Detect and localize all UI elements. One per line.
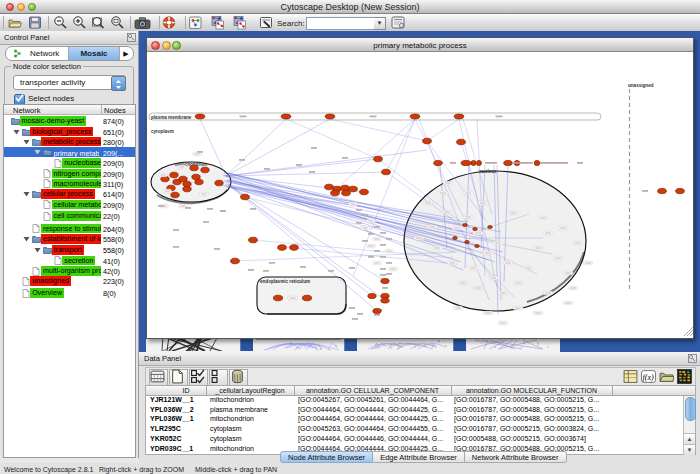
svg-text:cytoplasm: cytoplasm (151, 129, 174, 134)
svg-text:endoplasmic reticulum: endoplasmic reticulum (260, 279, 310, 284)
svg-text:f(x): f(x) (643, 373, 654, 382)
svg-text:nucleus: nucleus (479, 169, 497, 174)
svg-text:plasma membrane: plasma membrane (151, 115, 192, 120)
svg-text:unassigned: unassigned (628, 83, 654, 88)
